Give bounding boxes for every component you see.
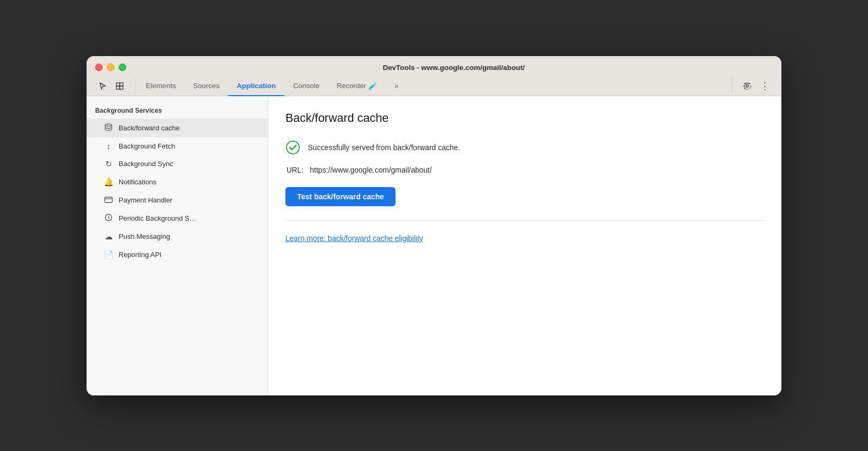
tab-sources[interactable]: Sources bbox=[184, 77, 228, 96]
sidebar-item-label: Back/forward cache bbox=[119, 124, 180, 132]
url-value: https://www.google.com/gmail/about/ bbox=[310, 166, 432, 174]
settings-icon[interactable] bbox=[740, 79, 755, 94]
svg-rect-2 bbox=[117, 86, 120, 89]
svg-point-4 bbox=[105, 124, 112, 126]
window-title: DevTools - www.google.com/gmail/about/ bbox=[135, 64, 773, 72]
sidebar-item-reporting-api[interactable]: 📄 Reporting API bbox=[87, 246, 268, 264]
inspect-icon[interactable] bbox=[112, 79, 127, 94]
sidebar-item-label: Payment Handler bbox=[119, 196, 172, 204]
divider bbox=[285, 220, 764, 221]
tab-more[interactable]: » bbox=[386, 77, 407, 96]
sync-icon: ↻ bbox=[104, 159, 113, 169]
test-button[interactable]: Test back/forward cache bbox=[285, 187, 396, 206]
check-icon bbox=[285, 140, 300, 155]
devtools-window: DevTools - www.google.com/gmail/about/ bbox=[87, 56, 781, 395]
titlebar: DevTools - www.google.com/gmail/about/ bbox=[87, 56, 781, 96]
tab-recorder[interactable]: Recorder 🧪 bbox=[328, 77, 386, 96]
main-panel: Back/forward cache Successfully served f… bbox=[268, 96, 781, 395]
cache-icon bbox=[104, 123, 113, 133]
content: Background Services Back/forward cache ↕… bbox=[87, 96, 781, 395]
sidebar-section-title: Background Services bbox=[87, 105, 268, 119]
sidebar-item-label: Push Messaging bbox=[119, 232, 170, 240]
sidebar-item-label: Background Fetch bbox=[119, 142, 175, 150]
toolbar-icons bbox=[95, 79, 135, 94]
traffic-lights bbox=[95, 64, 126, 71]
learn-more-link[interactable]: Learn more: back/forward cache eligibili… bbox=[285, 234, 423, 243]
toolbar: Elements Sources Application Console Rec… bbox=[95, 77, 773, 96]
svg-point-8 bbox=[286, 141, 299, 154]
svg-rect-3 bbox=[120, 86, 123, 89]
url-label: URL: bbox=[286, 166, 304, 174]
cloud-icon: ☁ bbox=[104, 232, 113, 242]
page-title: Back/forward cache bbox=[285, 111, 764, 125]
sidebar-item-periodic-background-sync[interactable]: Periodic Background S… bbox=[87, 209, 268, 228]
tab-application[interactable]: Application bbox=[228, 77, 285, 96]
svg-rect-5 bbox=[105, 197, 112, 203]
svg-rect-1 bbox=[120, 83, 123, 86]
sidebar-item-payment-handler[interactable]: Payment Handler bbox=[87, 191, 268, 209]
cursor-icon[interactable] bbox=[95, 79, 110, 94]
close-button[interactable] bbox=[95, 64, 103, 71]
tab-console[interactable]: Console bbox=[284, 77, 328, 96]
sidebar-item-label: Reporting API bbox=[119, 251, 161, 259]
clock-icon bbox=[104, 213, 113, 223]
sidebar-item-back-forward-cache[interactable]: Back/forward cache bbox=[87, 119, 268, 137]
sidebar: Background Services Back/forward cache ↕… bbox=[87, 96, 268, 395]
tabs: Elements Sources Application Console Rec… bbox=[137, 77, 730, 96]
maximize-button[interactable] bbox=[119, 64, 126, 71]
sidebar-item-label: Background Sync bbox=[119, 160, 173, 168]
sidebar-item-notifications[interactable]: 🔔 Notifications bbox=[87, 173, 268, 191]
tab-elements[interactable]: Elements bbox=[137, 77, 184, 96]
sidebar-item-push-messaging[interactable]: ☁ Push Messaging bbox=[87, 228, 268, 246]
url-row: URL: https://www.google.com/gmail/about/ bbox=[285, 166, 764, 174]
toolbar-right: ⋮ bbox=[732, 78, 773, 94]
document-icon: 📄 bbox=[104, 250, 113, 260]
bell-icon: 🔔 bbox=[104, 177, 113, 187]
minimize-button[interactable] bbox=[107, 64, 114, 71]
status-text: Successfully served from back/forward ca… bbox=[308, 143, 460, 152]
more-options-icon[interactable]: ⋮ bbox=[757, 78, 773, 94]
status-row: Successfully served from back/forward ca… bbox=[285, 140, 764, 155]
sidebar-item-background-sync[interactable]: ↻ Background Sync bbox=[87, 155, 268, 173]
sidebar-item-label: Periodic Background S… bbox=[119, 214, 196, 222]
sidebar-item-background-fetch[interactable]: ↕ Background Fetch bbox=[87, 137, 268, 155]
fetch-icon: ↕ bbox=[104, 142, 113, 151]
payment-icon bbox=[104, 196, 113, 205]
svg-rect-0 bbox=[117, 83, 120, 86]
sidebar-item-label: Notifications bbox=[119, 178, 157, 186]
